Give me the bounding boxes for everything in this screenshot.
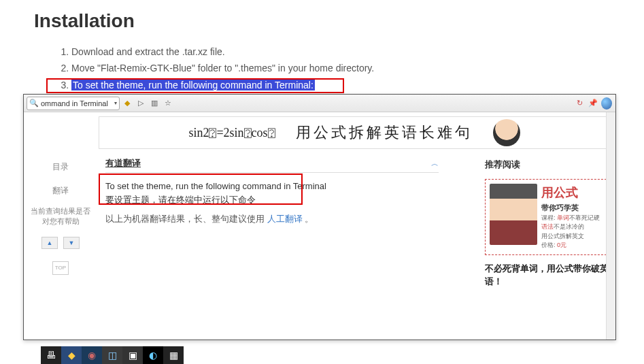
recommended-panel: 推荐阅读 用公式 带你巧学英 课程: 单词不靠死记硬 语法不是冰冷的 用公式拆解… xyxy=(479,152,615,340)
step-3: To set the theme, run the following comm… xyxy=(71,78,610,93)
section-title: 有道翻译 xyxy=(105,157,141,169)
taskbar-app-6[interactable]: ◐ xyxy=(143,346,163,364)
star-icon[interactable]: ☆ xyxy=(162,97,174,110)
dropdown-icon[interactable]: ▾ xyxy=(114,100,117,106)
banner-avatar xyxy=(493,119,520,146)
translation-result: 要设置主题，请在终端中运行以下命令 xyxy=(105,194,471,206)
install-steps: Download and extract the .tar.xz file. M… xyxy=(71,44,610,93)
search-input[interactable] xyxy=(41,99,112,107)
sidebar-tab-translate[interactable]: 翻译 xyxy=(47,182,74,199)
taskbar-app-python[interactable]: ◆ xyxy=(61,346,82,364)
ad-subtitle: 带你巧学英 xyxy=(541,202,600,214)
ad-card[interactable]: 用公式 带你巧学英 课程: 单词不靠死记硬 语法不是冰冷的 用公式拆解英文 价格… xyxy=(485,179,610,255)
taskbar-app-print[interactable]: 🖶 xyxy=(41,346,61,364)
taskbar-app-7[interactable]: ▦ xyxy=(163,346,184,364)
dict-sidebar: 目录 翻译 当前查询结果是否对您有帮助 ▲ ▼ TOP xyxy=(24,152,97,340)
book-icon[interactable]: ▥ xyxy=(148,97,160,110)
sidebar-help-text: 当前查询结果是否对您有帮助 xyxy=(28,206,93,227)
collapse-icon[interactable]: ︿ xyxy=(431,159,439,169)
top-button[interactable]: TOP xyxy=(52,261,69,275)
human-translate-link[interactable]: 人工翻译 xyxy=(267,214,303,224)
translation-source: To set the theme, run the following comm… xyxy=(105,181,471,191)
vote-up-button[interactable]: ▲ xyxy=(41,237,58,249)
page-title: Installation xyxy=(34,10,610,32)
step-1: Download and extract the .tar.xz file. xyxy=(71,44,610,59)
search-box[interactable]: 🔍 ▾ xyxy=(27,97,120,110)
dictionary-popup: 🔍 ▾ ◆ ▷ ▥ ☆ ↻ 📌 sin2⍰=2sin⍰cos⍰ 用公式拆解英语长… xyxy=(23,94,616,340)
ad-avatar xyxy=(490,184,537,245)
refresh-icon[interactable]: ↻ xyxy=(573,97,586,110)
taskbar-app-camera[interactable]: ◉ xyxy=(82,346,102,364)
translation-content: 有道翻译 ︿ To set the theme, run the followi… xyxy=(97,152,479,340)
pin-icon[interactable]: 📌 xyxy=(587,97,599,110)
recommended-title: 推荐阅读 xyxy=(485,159,610,171)
step-3-highlight[interactable]: To set the theme, run the following comm… xyxy=(71,80,315,90)
taskbar: 🖶 ◆ ◉ ◫ ▣ ◐ ▦ xyxy=(41,346,184,364)
vertical-scrollbar[interactable] xyxy=(606,112,615,340)
ad-caption: 不必死背单词，用公式带你破英语！ xyxy=(485,262,610,288)
vote-down-button[interactable]: ▼ xyxy=(63,237,80,249)
ad-banner[interactable]: sin2⍰=2sin⍰cos⍰ 用公式拆解英语长难句 xyxy=(99,116,610,149)
banner-formula: sin2⍰=2sin⍰cos⍰ xyxy=(188,126,275,140)
nav-forward-icon[interactable]: ▷ xyxy=(135,97,147,110)
taskbar-app-5[interactable]: ▣ xyxy=(122,346,143,364)
globe-icon[interactable] xyxy=(600,97,613,110)
sidebar-tab-toc[interactable]: 目录 xyxy=(47,159,74,176)
step-2: Move "Flat-Remix-GTK-Blue" folder to ".t… xyxy=(71,61,610,76)
dict-toolbar: 🔍 ▾ ◆ ▷ ▥ ☆ ↻ 📌 xyxy=(24,95,615,112)
search-icon: 🔍 xyxy=(29,99,39,107)
banner-text: 用公式拆解英语长难句 xyxy=(296,122,473,143)
taskbar-app-4[interactable]: ◫ xyxy=(102,346,122,364)
translation-note: 以上为机器翻译结果，长、整句建议使用 人工翻译 。 xyxy=(105,213,471,225)
ad-headline: 用公式 xyxy=(541,184,600,202)
nav-back-icon[interactable]: ◆ xyxy=(121,97,133,110)
